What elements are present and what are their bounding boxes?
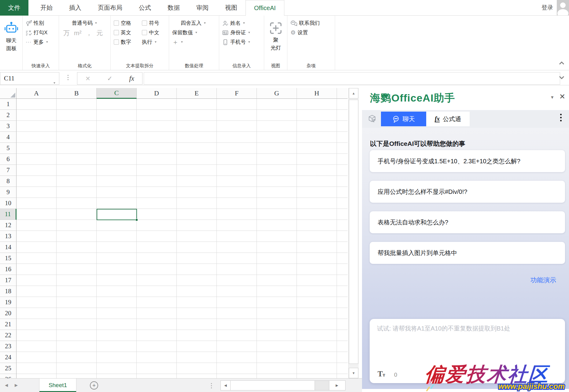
cell-C20[interactable] [97, 308, 137, 319]
comma-format-button[interactable]: ， [86, 29, 92, 37]
gender-button[interactable]: 性别 [23, 18, 59, 28]
row-header-20[interactable]: 20 [0, 308, 17, 319]
insert-function-icon[interactable]: fx [129, 75, 134, 83]
cell-C17[interactable] [97, 275, 137, 286]
suggestion-card-4[interactable]: 帮我批量插入图片到单元格中 [370, 242, 565, 264]
cell-B11[interactable] [57, 209, 97, 220]
cell-E26[interactable] [177, 374, 217, 378]
add-sheet-button[interactable]: + [90, 381, 98, 390]
cell-E24[interactable] [177, 352, 217, 363]
menu-tab-review[interactable]: 审阅 [188, 0, 217, 15]
cell-D1[interactable] [137, 99, 177, 110]
cell-A14[interactable] [17, 242, 57, 253]
cell-partial-1[interactable] [337, 99, 348, 110]
menu-tab-page-layout[interactable]: 页面布局 [90, 0, 131, 15]
cell-F23[interactable] [217, 341, 257, 352]
checkbox-icon[interactable] [114, 20, 119, 26]
cell-E15[interactable] [177, 253, 217, 264]
chat-input[interactable] [377, 324, 558, 364]
cell-A7[interactable] [17, 165, 57, 176]
cell-C6[interactable] [97, 154, 137, 165]
cell-D11[interactable] [137, 209, 177, 220]
cell-A8[interactable] [17, 176, 57, 187]
cell-G4[interactable] [257, 132, 297, 143]
cell-B12[interactable] [57, 220, 97, 231]
cell-G16[interactable] [257, 264, 297, 275]
cell-E5[interactable] [177, 143, 217, 154]
cell-C14[interactable] [97, 242, 137, 253]
cell-F25[interactable] [217, 363, 257, 374]
cell-E25[interactable] [177, 363, 217, 374]
cell-partial-11[interactable] [337, 209, 348, 220]
cell-H19[interactable] [297, 297, 337, 308]
cell-H18[interactable] [297, 286, 337, 297]
cell-F14[interactable] [217, 242, 257, 253]
cell-A24[interactable] [17, 352, 57, 363]
login-button[interactable]: 登录 [541, 0, 553, 15]
check-x-button[interactable]: 打勾X [23, 28, 59, 37]
formula-bar-splitter[interactable] [68, 75, 68, 80]
checkbox-icon[interactable] [114, 30, 119, 35]
row-header-6[interactable]: 6 [0, 154, 17, 165]
cell-B21[interactable] [57, 319, 97, 330]
cell-A20[interactable] [17, 308, 57, 319]
cell-H6[interactable] [297, 154, 337, 165]
cell-C9[interactable] [97, 187, 137, 198]
cell-D16[interactable] [137, 264, 177, 275]
cell-B13[interactable] [57, 231, 97, 242]
row-header-14[interactable]: 14 [0, 242, 17, 253]
cell-E11[interactable] [177, 209, 217, 220]
menu-tab-file[interactable]: 文件 [0, 0, 28, 16]
english-checkbox[interactable]: 英文 [111, 29, 139, 36]
cell-A17[interactable] [17, 275, 57, 286]
space-checkbox[interactable]: 空格 [111, 20, 139, 27]
cell-F17[interactable] [217, 275, 257, 286]
cell-D12[interactable] [137, 220, 177, 231]
cell-C10[interactable] [97, 198, 137, 209]
cell-H14[interactable] [297, 242, 337, 253]
cell-B17[interactable] [57, 275, 97, 286]
suggestion-card-3[interactable]: 表格无法自动求和怎么办? [370, 211, 565, 233]
cell-C21[interactable] [97, 319, 137, 330]
cell-C3[interactable] [97, 121, 137, 132]
column-header-D[interactable]: D [137, 88, 177, 99]
cell-partial-12[interactable] [337, 220, 348, 231]
cell-C22[interactable] [97, 330, 137, 341]
name-box[interactable]: C11 ▼ [0, 72, 59, 85]
cancel-icon[interactable]: ✕ [85, 75, 91, 82]
row-header-12[interactable]: 12 [0, 220, 17, 231]
row-header-5[interactable]: 5 [0, 143, 17, 154]
column-header-E[interactable]: E [177, 88, 217, 99]
row-header-18[interactable]: 18 [0, 286, 17, 297]
cell-H21[interactable] [297, 319, 337, 330]
cell-F20[interactable] [217, 308, 257, 319]
cell-C25[interactable] [97, 363, 137, 374]
square-meter-format-button[interactable]: m² [74, 29, 82, 37]
cell-B15[interactable] [57, 253, 97, 264]
horizontal-scrollbar-track[interactable] [315, 381, 329, 390]
cell-E1[interactable] [177, 99, 217, 110]
cell-C19[interactable] [97, 297, 137, 308]
cell-G5[interactable] [257, 143, 297, 154]
feature-demo-link[interactable]: 功能演示 [530, 276, 556, 284]
number-format-dropdown[interactable]: 普通号码 ▼ [59, 18, 110, 28]
cell-A11[interactable] [17, 209, 57, 220]
cell-G13[interactable] [257, 231, 297, 242]
cell-G15[interactable] [257, 253, 297, 264]
checkbox-icon[interactable] [142, 30, 147, 35]
cell-partial-25[interactable] [337, 363, 348, 374]
cell-A10[interactable] [17, 198, 57, 209]
cell-A23[interactable] [17, 341, 57, 352]
enter-icon[interactable]: ✓ [107, 75, 113, 82]
cell-E23[interactable] [177, 341, 217, 352]
column-header-partial[interactable] [337, 88, 348, 99]
cell-E8[interactable] [177, 176, 217, 187]
selected-cell-C11[interactable] [97, 209, 137, 220]
cell-D4[interactable] [137, 132, 177, 143]
cell-B1[interactable] [57, 99, 97, 110]
cell-G21[interactable] [257, 319, 297, 330]
cell-D9[interactable] [137, 187, 177, 198]
fill-handle[interactable] [135, 219, 138, 221]
cell-partial-21[interactable] [337, 319, 348, 330]
row-header-7[interactable]: 7 [0, 165, 17, 176]
